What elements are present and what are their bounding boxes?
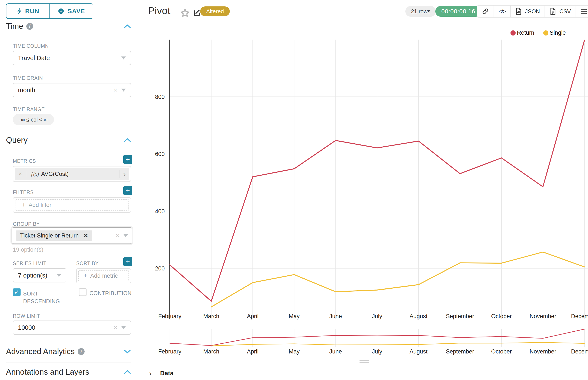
lightning-icon — [17, 8, 22, 14]
mini-x-axis-label: June — [329, 348, 342, 355]
y-axis-tick-label: 400 — [155, 208, 165, 215]
plus-icon: + — [83, 272, 87, 279]
add-sort-metric-dropzone[interactable]: + Add metric — [78, 270, 129, 281]
chevron-down-icon[interactable] — [121, 57, 126, 59]
add-filter-placeholder: Add filter — [29, 202, 52, 209]
filters-label: FILTERS — [13, 190, 34, 195]
chevron-right-icon[interactable]: › — [120, 170, 129, 178]
y-axis-tick-label: 600 — [155, 151, 165, 157]
chevron-down-icon[interactable] — [121, 326, 126, 329]
explore-view: RUN SAVE Time i TIME COLUMN Travel Date … — [0, 0, 588, 380]
series-limit-label: SERIES LIMIT — [13, 261, 46, 266]
series-limit-value: 7 option(s) — [18, 272, 47, 279]
query-section-title: Query — [6, 136, 28, 145]
group-by-tag: Ticket Single or Return ✕ — [16, 230, 92, 241]
remove-metric-icon[interactable]: × — [15, 171, 26, 177]
chevron-up-icon[interactable] — [124, 24, 131, 29]
time-column-value: Travel Date — [18, 55, 50, 62]
mini-x-axis-label: May — [289, 348, 300, 355]
add-sort-metric-button[interactable]: + — [123, 257, 132, 266]
group-by-label: GROUP BY — [13, 221, 40, 227]
sort-descending-checkbox[interactable]: ✓ — [13, 288, 20, 296]
y-axis-tick-label: 800 — [155, 94, 165, 100]
plus-circle-icon — [58, 8, 64, 14]
line-chart[interactable]: 200400600800FebruaryFebruaryMarchMarchAp… — [137, 0, 588, 380]
time-column-select[interactable]: Travel Date — [13, 51, 131, 65]
mini-series-line-single — [211, 342, 584, 346]
chevron-up-icon[interactable] — [124, 370, 131, 374]
time-section-header[interactable]: Time i — [6, 22, 131, 31]
chevron-down-icon[interactable] — [123, 234, 128, 237]
x-axis-label: February — [158, 313, 182, 320]
function-icon: ƒ(x) — [31, 171, 39, 177]
x-axis-label: March — [203, 313, 219, 320]
mini-x-axis-label: November — [529, 348, 556, 355]
remove-tag-icon[interactable]: ✕ — [83, 232, 88, 239]
x-axis-label: April — [247, 313, 259, 320]
x-axis-label: September — [446, 313, 474, 320]
advanced-analytics-header[interactable]: Advanced Analytics i — [6, 347, 131, 356]
filters-container: + Add filter — [13, 197, 131, 213]
chevron-down-icon[interactable] — [121, 89, 126, 92]
x-axis-label: November — [529, 313, 556, 320]
metrics-label: METRICS — [13, 158, 36, 164]
section-divider — [6, 150, 131, 150]
save-button-label: SAVE — [68, 8, 85, 15]
mini-x-axis-label: July — [372, 348, 383, 355]
run-save-button-group: RUN SAVE — [6, 3, 93, 19]
add-metric-button[interactable]: + — [123, 155, 132, 164]
metric-pill[interactable]: × ƒ(x) AVG(Cost) › — [15, 168, 129, 180]
chart-panel: Pivot Altered 21 rows 00:00:00.16 </> .J… — [137, 0, 588, 380]
mini-x-axis-label: September — [446, 348, 474, 355]
annotations-title: Annotations and Layers — [6, 368, 89, 377]
row-limit-label: ROW LIMIT — [13, 313, 40, 319]
chevron-right-icon: › — [149, 369, 152, 377]
info-icon[interactable]: i — [26, 23, 33, 30]
time-range-value: -∞ ≤ col < ∞ — [19, 117, 47, 123]
resize-handle[interactable] — [360, 359, 369, 364]
info-icon[interactable]: i — [78, 348, 84, 355]
time-grain-select[interactable]: month × — [13, 83, 131, 97]
data-section-label: Data — [160, 370, 174, 377]
time-column-label: TIME COLUMN — [13, 43, 49, 49]
sort-by-container: + Add metric — [76, 268, 131, 283]
run-button[interactable]: RUN — [6, 4, 49, 19]
add-filter-button[interactable]: + — [123, 186, 132, 195]
chevron-down-icon[interactable] — [57, 274, 61, 277]
x-axis-label: December — [571, 313, 588, 320]
mini-x-axis-label: October — [491, 348, 512, 355]
group-by-select[interactable]: Ticket Single or Return ✕ × — [12, 227, 132, 244]
group-by-tag-label: Ticket Single or Return — [20, 232, 79, 239]
sort-by-label: SORT BY — [76, 261, 99, 266]
time-grain-label: TIME GRAIN — [13, 75, 43, 81]
x-axis-label: June — [329, 313, 342, 320]
series-line-single — [211, 252, 584, 307]
clear-icon[interactable]: × — [114, 87, 117, 93]
series-limit-select[interactable]: 7 option(s) — [13, 268, 66, 283]
chevron-down-icon[interactable] — [124, 349, 131, 354]
time-grain-value: month — [18, 87, 35, 94]
metric-name: AVG(Cost) — [41, 171, 69, 177]
add-filter-dropzone[interactable]: + Add filter — [15, 199, 129, 210]
sort-by-placeholder: Add metric — [90, 273, 118, 279]
x-axis-label: May — [289, 313, 300, 320]
clear-icon[interactable]: × — [116, 232, 120, 239]
time-range-label: TIME RANGE — [13, 107, 45, 112]
annotations-header[interactable]: Annotations and Layers — [6, 368, 131, 377]
save-button[interactable]: SAVE — [49, 4, 93, 19]
chevron-up-icon[interactable] — [124, 138, 131, 143]
group-by-options-hint: 19 option(s) — [13, 247, 43, 253]
mini-x-axis-label: December — [571, 348, 588, 355]
mini-x-axis-label: February — [158, 348, 182, 355]
section-divider — [6, 35, 131, 35]
row-limit-select[interactable]: 10000 × — [13, 321, 131, 335]
contribution-checkbox[interactable] — [79, 288, 86, 296]
data-section-toggle[interactable]: › Data — [149, 369, 174, 377]
row-limit-value: 10000 — [18, 324, 35, 331]
query-section-header[interactable]: Query — [6, 136, 131, 145]
x-axis-label: July — [372, 313, 383, 320]
x-axis-label: October — [491, 313, 512, 320]
contribution-label: CONTRIBUTION — [89, 290, 131, 296]
time-range-pill[interactable]: -∞ ≤ col < ∞ — [13, 114, 54, 125]
clear-icon[interactable]: × — [114, 324, 117, 331]
